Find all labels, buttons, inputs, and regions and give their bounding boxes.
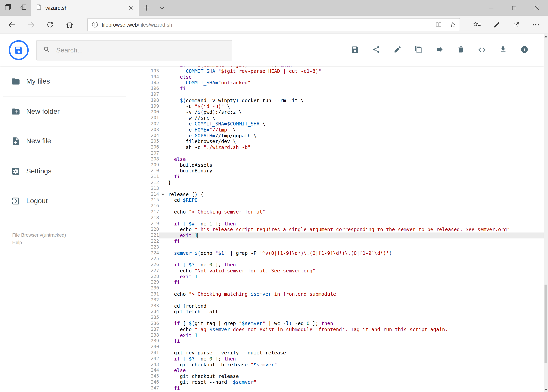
code-line-204[interactable]: 204 -e GOPATH=//tmp/gopath \ [140,133,544,139]
web-note-pen-button[interactable] [489,16,505,34]
code-line-196[interactable]: 196 fi [140,86,544,91]
code-line-245[interactable]: 245 git checkout release [140,373,544,379]
delete-button[interactable] [453,42,469,58]
code-line-216[interactable]: 216 [140,203,544,209]
code-line-224[interactable]: 224 semver=$(echo "$1" | grep -P '^v(0|[… [140,250,544,256]
code-line-198[interactable]: 198 $(command -v winpty) docker run --rm… [140,98,544,103]
address-bar[interactable]: filebrowser.web/files/wizard.sh [87,18,460,31]
minimize-button[interactable] [480,0,503,16]
raw-code-button[interactable] [474,42,490,58]
share-button[interactable] [508,16,524,34]
code-line-237[interactable]: 237 echo "Tag $semver does not exist in … [140,326,544,332]
code-line-221[interactable]: 221 exit 1 [140,232,544,238]
code-line-203[interactable]: 203 -e HOME="//tmp" \ [140,127,544,133]
code-line-218[interactable]: 218 [140,215,544,221]
code-line-199[interactable]: 199 -u "$(id -u)" \ [140,103,544,109]
code-line-202[interactable]: 202 -e COMMIT_SHA=$COMMIT_SHA \ [140,121,544,127]
code-line-226[interactable]: 226 if [ $? -ne 0 ]; then [140,262,544,268]
code-line-217[interactable]: 217 echo "> Checking semver format" [140,209,544,215]
code-line-223[interactable]: 223 [140,244,544,250]
code-editor[interactable]: 192 if [ "$(command -v git)" != "" ]; th… [140,66,544,392]
code-line-195[interactable]: 195 COMMIT_SHA="untracked" [140,80,544,86]
code-line-242[interactable]: 242 if [ $? -ne 0 ]; then [140,356,544,362]
refresh-button[interactable] [41,16,60,34]
rename-button[interactable] [390,42,405,58]
code-line-214[interactable]: 214release () { [140,191,544,197]
code-line-239[interactable]: 239 fi [140,338,544,344]
code-line-247[interactable]: 247 fi [140,385,544,391]
code-line-227[interactable]: 227 echo "Not valid semver format. See s… [140,268,544,273]
code-line-209[interactable]: 209 buildAssets [140,162,544,168]
more-options-button[interactable] [528,16,544,34]
page-info-icon[interactable] [88,22,102,28]
code-line-213[interactable]: 213 [140,186,544,191]
code-line-207[interactable]: 207 [140,150,544,156]
save-button[interactable] [347,42,363,58]
search-bar[interactable] [36,40,232,61]
reading-view-button[interactable] [432,19,445,31]
favorites-hub-button[interactable] [469,16,485,34]
code-line-211[interactable]: 211 fi [140,174,544,180]
search-input[interactable] [55,46,232,54]
code-line-215[interactable]: 215 cd $REPO [140,197,544,203]
code-line-230[interactable]: 230 [140,285,544,291]
code-line-219[interactable]: 219 if [ $# -ne 1 ]; then [140,221,544,227]
code-line-241[interactable]: 241 git rev-parse --verify --quiet relea… [140,350,544,356]
share-file-button[interactable] [369,42,384,58]
code-line-228[interactable]: 228 exit 1 [140,273,544,280]
set-tabs-aside-button[interactable] [15,0,31,16]
code-line-206[interactable]: 206 sh -c "./wizard.sh -b" [140,144,544,150]
code-line-225[interactable]: 225 [140,256,544,262]
code-line-208[interactable]: 208 else [140,156,544,162]
sidebar-item-my-files[interactable]: My files [0,66,140,96]
app-logo[interactable] [9,40,29,60]
code-line-234[interactable]: 234 git fetch --all [140,309,544,315]
code-line-235[interactable]: 235 [140,315,544,321]
download-button[interactable] [495,42,511,58]
copy-button[interactable] [411,42,426,58]
tabs-you-set-aside-button[interactable] [0,0,15,16]
scrollbar-thumb[interactable] [544,285,547,363]
fold-marker-icon[interactable] [161,194,164,195]
tab-close-button[interactable] [126,3,135,12]
sidebar-item-new-file[interactable]: New file [0,126,140,156]
code-line-193[interactable]: 193 COMMIT_SHA="$(git rev-parse HEAD | c… [140,68,544,74]
code-line-240[interactable]: 240 [140,344,544,350]
code-line-220[interactable]: 220 echo "This release script requires a… [140,227,544,232]
code-line-238[interactable]: 238 exit 1 [140,332,544,338]
tab-preview-chevron-icon[interactable] [155,0,170,16]
help-link[interactable]: Help [12,239,140,246]
code-line-236[interactable]: 236 if [ $(git tag | grep "$semver" | wc… [140,321,544,326]
close-button[interactable] [525,0,548,16]
code-line-246[interactable]: 246 git reset --hard "$semver" [140,379,544,385]
new-tab-button[interactable] [139,0,154,16]
forward-button[interactable] [21,16,41,34]
code-line-232[interactable]: 232 [140,297,544,303]
code-line-212[interactable]: 212} [140,180,544,186]
code-line-229[interactable]: 229 fi [140,280,544,285]
code-line-243[interactable]: 243 git checkout -b release "$semver" [140,362,544,368]
maximize-button[interactable] [503,0,525,16]
code-line-244[interactable]: 244 else [140,368,544,373]
code-line-194[interactable]: 194 else [140,74,544,80]
code-line-192[interactable]: 192 if [ "$(command -v git)" != "" ]; th… [140,66,544,68]
sidebar-item-settings[interactable]: Settings [0,156,140,186]
code-line-210[interactable]: 210 buildBinary [140,168,544,174]
code-line-233[interactable]: 233 cd frontend [140,303,544,309]
code-line-197[interactable]: 197 [140,91,544,98]
browser-tab[interactable]: wizard.sh [31,0,139,16]
scroll-down-arrow-icon[interactable] [544,387,548,392]
scroll-up-arrow-icon[interactable] [544,34,548,39]
favorite-star-button[interactable] [446,19,460,31]
sidebar-item-new-folder[interactable]: New folder [0,97,140,126]
vertical-scrollbar[interactable] [544,34,548,392]
sidebar-item-logout[interactable]: Logout [0,186,140,216]
info-button[interactable] [516,42,532,58]
code-line-231[interactable]: 231 echo "> Checking matching $semver in… [140,291,544,297]
code-line-200[interactable]: 200 -v /$(pwd):/src:z \ [140,109,544,115]
code-line-201[interactable]: 201 -w //src \ [140,115,544,121]
code-line-222[interactable]: 222 fi [140,238,544,244]
home-button[interactable] [60,16,79,34]
back-button[interactable] [2,16,21,34]
code-line-205[interactable]: 205 filebrowser/dev \ [140,139,544,144]
